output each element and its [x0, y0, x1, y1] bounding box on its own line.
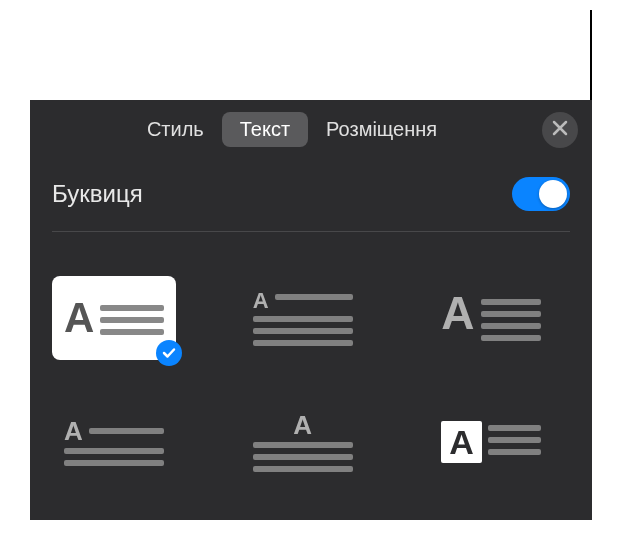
format-panel: Стиль Текст Розміщення Буквиця A	[30, 100, 592, 520]
dropcap-style-5[interactable]: A	[241, 400, 365, 484]
toggle-knob	[539, 180, 567, 208]
dropcap-style-3[interactable]: A	[429, 276, 553, 360]
dropcap-section: Буквиця	[30, 159, 592, 242]
selected-check-icon	[156, 340, 182, 366]
letter-a-icon: A	[253, 290, 269, 312]
letter-a-icon: A	[293, 412, 312, 438]
tab-placement[interactable]: Розміщення	[308, 112, 455, 147]
dropcap-style-6[interactable]: A	[429, 400, 553, 484]
letter-a-boxed-icon: A	[441, 421, 482, 463]
dropcap-style-2[interactable]: A	[241, 276, 365, 360]
tab-group: Стиль Текст Розміщення	[129, 112, 455, 147]
letter-a-icon: A	[441, 295, 474, 332]
dropcap-toggle[interactable]	[512, 177, 570, 211]
dropcap-title: Буквиця	[52, 180, 143, 208]
close-icon	[552, 120, 568, 140]
letter-a-icon: A	[64, 418, 83, 444]
tab-style[interactable]: Стиль	[129, 112, 222, 147]
close-button[interactable]	[542, 112, 578, 148]
dropcap-style-1[interactable]: A	[52, 276, 176, 360]
dropcap-style-4[interactable]: A	[52, 400, 176, 484]
tab-bar: Стиль Текст Розміщення	[30, 100, 592, 159]
dropcap-header: Буквиця	[52, 177, 570, 232]
dropcap-styles-grid: A A A	[30, 242, 592, 484]
tab-text[interactable]: Текст	[222, 112, 308, 147]
letter-a-icon: A	[64, 301, 94, 335]
